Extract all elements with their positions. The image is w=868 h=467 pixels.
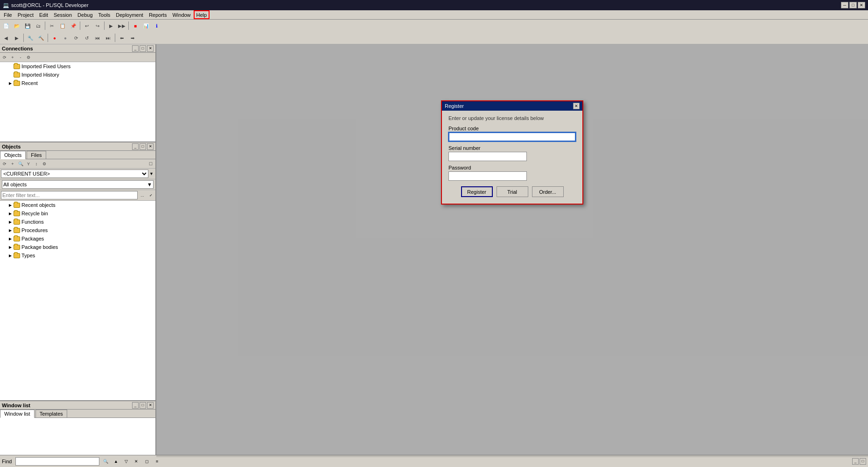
toolbar2-arrow-left[interactable]: ⬅ — [117, 33, 127, 43]
find-input[interactable] — [15, 457, 99, 466]
toolbar2-back[interactable]: ◀ — [1, 33, 11, 43]
toolbar-paste[interactable]: 📌 — [68, 21, 78, 31]
menu-debug[interactable]: Debug — [75, 10, 95, 19]
close-button[interactable]: ✕ — [858, 2, 865, 8]
obj-refresh[interactable]: ⟳ — [1, 160, 8, 168]
tab-objects[interactable]: Objects — [0, 151, 26, 159]
obj-filter[interactable]: Y — [25, 160, 32, 168]
current-user-row: <CURRENT USER> ▼ — [0, 169, 155, 179]
find-option1[interactable]: ✕ — [132, 457, 140, 466]
status-max-btn[interactable]: □ — [860, 458, 866, 465]
tree-imported-history[interactable]: Imported History — [0, 71, 155, 79]
toolbar-btn-3[interactable]: ℹ — [152, 21, 162, 31]
wl-maximize[interactable]: □ — [140, 402, 146, 409]
dialog-close-button[interactable]: ✕ — [573, 103, 580, 109]
maximize-button[interactable]: □ — [849, 2, 857, 8]
toolbar2-b4[interactable]: ● — [60, 33, 70, 43]
menu-session[interactable]: Session — [51, 10, 75, 19]
tab-window-list[interactable]: Window list — [0, 410, 35, 418]
conn-connect[interactable]: + — [9, 54, 16, 61]
toolbar2-forward[interactable]: ▶ — [12, 33, 22, 43]
menu-help[interactable]: Help — [194, 10, 210, 19]
product-code-input[interactable] — [448, 132, 576, 142]
order-button[interactable]: Order... — [532, 186, 564, 197]
menu-window[interactable]: Window — [169, 10, 193, 19]
find-next-btn[interactable]: ▽ — [122, 457, 130, 466]
connections-maximize[interactable]: □ — [140, 45, 146, 52]
toolbar2-b6[interactable]: ↺ — [82, 33, 92, 43]
obj-connect[interactable]: + — [9, 160, 16, 168]
toolbar2-b2[interactable]: 🔨 — [36, 33, 46, 43]
obj-toggle[interactable]: ☐ — [147, 160, 154, 168]
connections-close[interactable]: ✕ — [147, 45, 154, 52]
wl-close[interactable]: ✕ — [147, 402, 154, 409]
objects-list: ▶ Recent objects ▶ Recycle bin ▶ Functio… — [0, 201, 155, 400]
obj-sort[interactable]: ↕ — [33, 160, 40, 168]
trial-button[interactable]: Trial — [497, 186, 528, 197]
menu-edit[interactable]: Edit — [36, 10, 51, 19]
filter-input[interactable] — [1, 191, 138, 199]
tree-recent[interactable]: ▶ Recent — [0, 79, 155, 87]
tree-recycle-bin[interactable]: ▶ Recycle bin — [0, 209, 155, 218]
filter-btn[interactable]: … — [139, 191, 146, 199]
tab-templates[interactable]: Templates — [35, 410, 67, 417]
status-min-btn[interactable]: _ — [852, 458, 859, 465]
menu-deployment[interactable]: Deployment — [113, 10, 146, 19]
tree-recent-objects[interactable]: ▶ Recent objects — [0, 201, 155, 209]
menu-reports[interactable]: Reports — [146, 10, 170, 19]
menu-project[interactable]: Project — [15, 10, 36, 19]
tree-procedures[interactable]: ▶ Procedures — [0, 226, 155, 234]
register-button[interactable]: Register — [461, 186, 493, 197]
tree-functions[interactable]: ▶ Functions — [0, 218, 155, 226]
toolbar-save-all[interactable]: 🗂 — [33, 21, 43, 31]
find-prev-btn[interactable]: ▲ — [112, 457, 120, 466]
current-user-select[interactable]: <CURRENT USER> — [1, 170, 148, 178]
menu-file[interactable]: File — [1, 10, 15, 19]
toolbar-copy[interactable]: 📋 — [57, 21, 68, 31]
toolbar-open[interactable]: 📂 — [12, 21, 22, 31]
toolbar-save[interactable]: 💾 — [22, 21, 33, 31]
toolbar-undo[interactable]: ↩ — [82, 21, 92, 31]
objects-maximize[interactable]: □ — [140, 143, 146, 150]
objects-close[interactable]: ✕ — [147, 143, 154, 150]
product-code-label: Product code — [448, 126, 576, 131]
toolbar-new[interactable]: 📄 — [1, 21, 11, 31]
product-code-field: Product code — [448, 126, 576, 142]
toolbar-btn-1[interactable]: ■ — [130, 21, 140, 31]
filter-apply[interactable]: ✓ — [147, 191, 154, 199]
toolbar2-b1[interactable]: 🔧 — [25, 33, 35, 43]
toolbar2-b5[interactable]: ⟳ — [71, 33, 81, 43]
obj-settings[interactable]: ⚙ — [41, 160, 48, 168]
toolbar-cut[interactable]: ✂ — [47, 21, 57, 31]
tree-imported-fixed-users[interactable]: Imported Fixed Users — [0, 62, 155, 71]
toolbar-run[interactable]: ▶ — [106, 21, 116, 31]
find-search-btn[interactable]: 🔍 — [101, 457, 110, 466]
tab-files[interactable]: Files — [27, 151, 46, 159]
tree-packages[interactable]: ▶ Packages — [0, 234, 155, 243]
find-option3[interactable]: ≡ — [153, 457, 161, 466]
toolbar2-b3[interactable]: ● — [49, 33, 60, 43]
wl-minimize[interactable]: _ — [132, 402, 139, 409]
tree-types[interactable]: ▶ Types — [0, 251, 155, 260]
connections-title: Connections — [2, 46, 33, 51]
obj-search[interactable]: 🔍 — [17, 160, 24, 168]
serial-number-input[interactable] — [448, 152, 527, 161]
menu-tools[interactable]: Tools — [96, 10, 113, 19]
tree-package-bodies[interactable]: ▶ Package bodies — [0, 243, 155, 251]
toolbar-sep-1 — [45, 21, 45, 30]
objects-minimize[interactable]: _ — [132, 143, 139, 150]
password-input[interactable] — [448, 171, 527, 181]
conn-disconnect[interactable]: - — [17, 54, 24, 61]
all-objects-dropdown[interactable]: All objects ▼ — [2, 180, 154, 189]
toolbar2-arrow-right[interactable]: ➡ — [127, 33, 138, 43]
find-option2[interactable]: ◻ — [142, 457, 151, 466]
conn-settings[interactable]: ⚙ — [25, 54, 32, 61]
toolbar-btn-2[interactable]: 📊 — [141, 21, 151, 31]
toolbar2-b8[interactable]: ⏭ — [103, 33, 113, 43]
minimize-button[interactable]: ─ — [841, 2, 848, 8]
connections-minimize[interactable]: _ — [132, 45, 139, 52]
toolbar-run-all[interactable]: ▶▶ — [117, 21, 127, 31]
toolbar-redo[interactable]: ↪ — [92, 21, 103, 31]
conn-refresh[interactable]: ⟳ — [1, 54, 8, 61]
toolbar2-b7[interactable]: ⏮ — [92, 33, 103, 43]
